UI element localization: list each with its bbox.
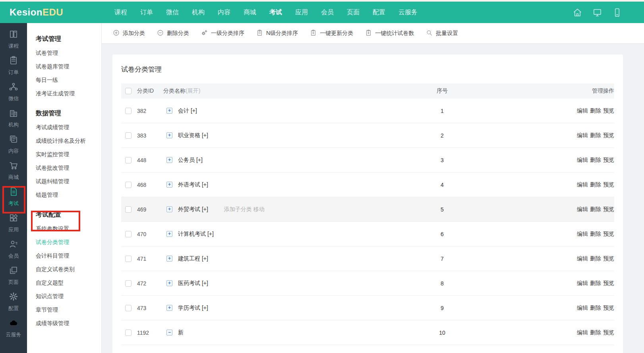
nav-item-1[interactable]: 课程 xyxy=(114,8,127,17)
preview-link[interactable]: 预览 xyxy=(603,329,614,336)
nav-item-7[interactable]: 考试 xyxy=(269,8,282,17)
delete-link[interactable]: 删除 xyxy=(590,206,601,212)
sidebar-item-7[interactable]: 考试 xyxy=(0,184,27,210)
submenu-item-3-1[interactable]: 系统参数设置 xyxy=(36,222,101,236)
row-checkbox[interactable] xyxy=(125,280,132,287)
edit-link[interactable]: 编辑 xyxy=(577,132,588,138)
category-name-link[interactable]: 会计 [+] xyxy=(178,107,197,114)
home-icon[interactable] xyxy=(573,8,582,17)
category-name-link[interactable]: 建筑工程 [+] xyxy=(178,255,208,262)
category-name-link[interactable]: 外贸考试 [+] xyxy=(178,206,208,213)
submenu-item-2-2[interactable]: 成绩统计排名及分析 xyxy=(36,134,101,148)
nav-item-5[interactable]: 内容 xyxy=(218,8,230,17)
submenu-item-2-1[interactable]: 考试成绩管理 xyxy=(36,121,101,134)
toolbar-button-2[interactable]: 删除分类 xyxy=(157,29,189,37)
edit-link[interactable]: 编辑 xyxy=(577,255,588,262)
preview-link[interactable]: 预览 xyxy=(603,206,614,212)
preview-link[interactable]: 预览 xyxy=(603,107,614,114)
delete-link[interactable]: 删除 xyxy=(590,181,601,188)
edit-link[interactable]: 编辑 xyxy=(577,181,588,188)
select-all-checkbox[interactable] xyxy=(125,88,132,94)
submenu-item-2-4[interactable]: 试卷批改管理 xyxy=(36,161,101,175)
toolbar-button-6[interactable]: 一键统计试卷数 xyxy=(365,29,414,37)
sidebar-item-9[interactable]: 会员 xyxy=(0,236,27,262)
expand-toggle-icon[interactable]: + xyxy=(166,157,172,163)
nav-item-8[interactable]: 应用 xyxy=(295,8,308,17)
sidebar-item-1[interactable]: 课程 xyxy=(0,26,27,52)
header-expand-hint[interactable]: (展开) xyxy=(186,87,200,94)
delete-link[interactable]: 删除 xyxy=(590,157,601,163)
toolbar-button-5[interactable]: 一键更新分类 xyxy=(310,29,353,37)
sidebar-item-10[interactable]: 页面 xyxy=(0,262,27,289)
delete-link[interactable]: 删除 xyxy=(590,132,601,138)
submenu-item-1-1[interactable]: 试卷管理 xyxy=(36,47,101,60)
edit-link[interactable]: 编辑 xyxy=(577,157,588,163)
delete-link[interactable]: 删除 xyxy=(590,107,601,114)
expand-toggle-icon[interactable]: + xyxy=(166,231,172,237)
row-checkbox[interactable] xyxy=(125,206,132,213)
submenu-item-1-4[interactable]: 准考证生成管理 xyxy=(36,87,101,101)
preview-link[interactable]: 预览 xyxy=(603,181,614,188)
submenu-item-2-3[interactable]: 实时监控管理 xyxy=(36,148,101,161)
nav-item-2[interactable]: 订单 xyxy=(140,8,153,17)
sidebar-item-3[interactable]: 微信 xyxy=(0,79,27,105)
sidebar-item-12[interactable]: 云服务 xyxy=(0,315,27,341)
submenu-item-3-4[interactable]: 自定义试卷类别 xyxy=(36,263,101,276)
submenu-item-3-2[interactable]: 试卷分类管理 xyxy=(36,236,101,249)
delete-link[interactable]: 删除 xyxy=(590,305,601,311)
desktop-icon[interactable] xyxy=(593,8,602,17)
delete-link[interactable]: 删除 xyxy=(590,255,601,262)
expand-toggle-icon[interactable]: + xyxy=(166,206,172,212)
row-checkbox[interactable] xyxy=(125,330,132,336)
nav-item-11[interactable]: 配置 xyxy=(373,8,385,17)
delete-link[interactable]: 删除 xyxy=(590,231,601,237)
submenu-item-1-2[interactable]: 试卷题库管理 xyxy=(36,60,101,74)
sidebar-item-11[interactable]: 配置 xyxy=(0,289,27,315)
category-name-link[interactable]: 计算机考试 [+] xyxy=(178,231,214,238)
toolbar-button-7[interactable]: 批量设置 xyxy=(426,29,458,37)
nav-item-12[interactable]: 云服务 xyxy=(398,8,418,17)
preview-link[interactable]: 预览 xyxy=(603,157,614,163)
submenu-item-2-5[interactable]: 试题纠错管理 xyxy=(36,175,101,188)
preview-link[interactable]: 预览 xyxy=(603,305,614,311)
row-checkbox[interactable] xyxy=(125,305,132,311)
preview-link[interactable]: 预览 xyxy=(603,280,614,286)
submenu-item-2-6[interactable]: 错题管理 xyxy=(36,188,101,202)
toolbar-button-3[interactable]: 一级分类排序 xyxy=(201,29,244,37)
nav-item-6[interactable]: 商城 xyxy=(244,8,256,17)
row-checkbox[interactable] xyxy=(125,256,132,262)
row-checkbox[interactable] xyxy=(125,108,132,114)
mobile-icon[interactable] xyxy=(613,8,622,17)
submenu-item-3-3[interactable]: 会计科目管理 xyxy=(36,249,101,263)
preview-link[interactable]: 预览 xyxy=(603,231,614,237)
nav-item-3[interactable]: 微信 xyxy=(166,8,179,17)
edit-link[interactable]: 编辑 xyxy=(577,206,588,212)
preview-link[interactable]: 预览 xyxy=(603,255,614,262)
submenu-item-3-8[interactable]: 成绩等级管理 xyxy=(36,317,101,330)
expand-toggle-icon[interactable]: + xyxy=(166,182,172,188)
toolbar-button-4[interactable]: N级分类排序 xyxy=(256,29,298,37)
submenu-item-1-3[interactable]: 每日一练 xyxy=(36,74,101,87)
row-checkbox[interactable] xyxy=(125,231,132,237)
expand-toggle-icon[interactable]: + xyxy=(166,280,172,286)
category-name-link[interactable]: 医药考试 [+] xyxy=(178,280,208,287)
nav-item-10[interactable]: 页面 xyxy=(347,8,360,17)
collapse-toggle-icon[interactable]: − xyxy=(166,330,172,336)
delete-link[interactable]: 删除 xyxy=(590,280,601,286)
nav-item-9[interactable]: 会员 xyxy=(321,8,334,17)
submenu-item-3-6[interactable]: 知识点管理 xyxy=(36,290,101,303)
nav-item-4[interactable]: 机构 xyxy=(192,8,205,17)
delete-link[interactable]: 删除 xyxy=(590,329,601,336)
category-name-link[interactable]: 新 xyxy=(178,329,184,336)
submenu-item-3-5[interactable]: 自定义题型 xyxy=(36,276,101,290)
expand-toggle-icon[interactable]: + xyxy=(166,305,172,311)
edit-link[interactable]: 编辑 xyxy=(577,280,588,286)
sidebar-item-4[interactable]: 机构 xyxy=(0,105,27,131)
row-checkbox[interactable] xyxy=(125,132,132,139)
edit-link[interactable]: 编辑 xyxy=(577,231,588,237)
sidebar-item-5[interactable]: 内容 xyxy=(0,131,27,157)
sidebar-item-6[interactable]: 商城 xyxy=(0,157,27,184)
preview-link[interactable]: 预览 xyxy=(603,132,614,138)
row-checkbox[interactable] xyxy=(125,182,132,188)
edit-link[interactable]: 编辑 xyxy=(577,329,588,336)
